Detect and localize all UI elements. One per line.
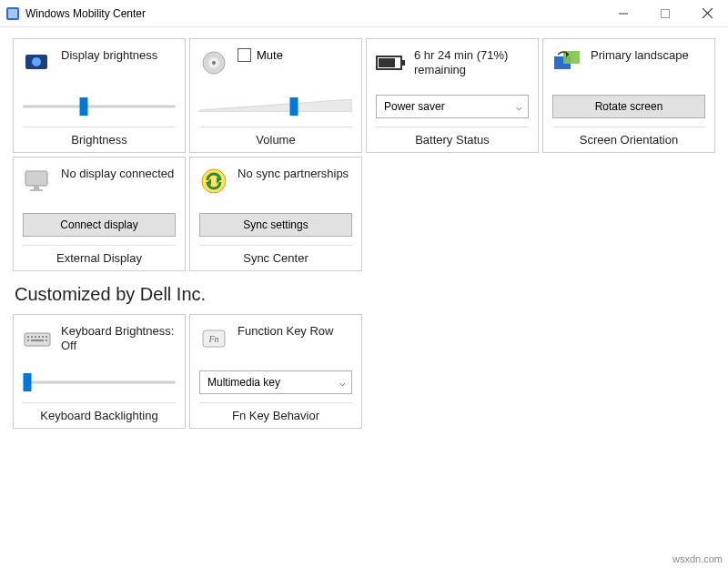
- keyboard-footer: Keyboard Backlighting: [23, 402, 176, 422]
- mute-checkbox[interactable]: [238, 48, 251, 62]
- sync-footer: Sync Center: [199, 245, 352, 265]
- keyboard-brightness-slider[interactable]: [23, 371, 176, 393]
- svg-text:Fn: Fn: [207, 334, 218, 344]
- tile-external-display: No display connected Connect display Ext…: [13, 157, 186, 271]
- battery-footer: Battery Status: [376, 127, 529, 147]
- brightness-icon: [23, 48, 52, 77]
- speaker-icon: [199, 48, 228, 77]
- battery-status-text: 6 hr 24 min (71%) remaining: [414, 48, 529, 78]
- mute-checkbox-row[interactable]: Mute: [238, 48, 283, 62]
- fn-key-select[interactable]: Multimedia key ⌵: [199, 370, 352, 394]
- volume-slider[interactable]: [199, 96, 352, 117]
- chevron-down-icon: ⌵: [516, 101, 522, 113]
- svg-rect-16: [379, 58, 395, 67]
- svg-rect-29: [35, 336, 36, 338]
- app-icon: [5, 6, 20, 21]
- fn-key-footer: Fn Key Behavior: [199, 402, 352, 422]
- svg-rect-22: [30, 189, 43, 191]
- external-display-label: No display connected: [61, 167, 174, 181]
- monitor-icon: [23, 167, 52, 196]
- svg-point-7: [32, 57, 41, 66]
- svg-rect-32: [46, 336, 47, 338]
- brightness-footer: Brightness: [23, 127, 176, 147]
- connect-display-button[interactable]: Connect display: [23, 213, 176, 237]
- svg-rect-33: [27, 340, 29, 341]
- main-tile-grid: Display brightness Brightness Mute: [13, 38, 715, 271]
- svg-rect-34: [31, 340, 44, 341]
- watermark: wsxdn.com: [672, 553, 723, 564]
- fn-key-icon: Fn: [199, 324, 228, 353]
- fn-key-value: Multimedia key: [207, 376, 280, 389]
- battery-icon: [376, 48, 405, 77]
- custom-tile-grid: Keyboard Brightness: Off Keyboard Backli…: [13, 314, 715, 429]
- power-plan-value: Power saver: [384, 100, 445, 113]
- svg-rect-3: [662, 9, 670, 17]
- chevron-down-icon: ⌵: [339, 377, 346, 389]
- tile-volume: Mute Volume: [189, 38, 362, 153]
- svg-rect-35: [46, 340, 47, 341]
- tile-battery: 6 hr 24 min (71%) remaining Power saver …: [366, 38, 539, 153]
- tile-sync: No sync partnerships Sync settings Sync …: [189, 157, 362, 271]
- sync-icon: [199, 167, 228, 196]
- external-display-footer: External Display: [23, 245, 176, 265]
- svg-rect-28: [31, 336, 33, 338]
- tile-keyboard-backlight: Keyboard Brightness: Off Keyboard Backli…: [13, 314, 186, 429]
- svg-rect-31: [42, 336, 44, 338]
- orientation-icon: [552, 48, 581, 77]
- orientation-label: Primary landscape: [591, 48, 689, 63]
- brightness-slider[interactable]: [23, 96, 176, 117]
- titlebar: Windows Mobility Center: [0, 0, 728, 27]
- svg-rect-15: [402, 60, 405, 66]
- orientation-footer: Screen Orientation: [552, 127, 705, 147]
- tile-fn-key: Fn Function Key Row Multimedia key ⌵ Fn …: [189, 314, 362, 429]
- brightness-label: Display brightness: [61, 48, 157, 63]
- close-button[interactable]: [686, 0, 728, 27]
- rotate-screen-button[interactable]: Rotate screen: [552, 95, 705, 118]
- fn-key-label: Function Key Row: [238, 324, 334, 339]
- tile-orientation: Primary landscape Rotate screen Screen O…: [542, 38, 715, 153]
- maximize-button[interactable]: [644, 0, 686, 27]
- svg-rect-27: [27, 336, 29, 338]
- sync-label: No sync partnerships: [238, 167, 349, 181]
- sync-settings-button[interactable]: Sync settings: [199, 213, 352, 237]
- svg-marker-13: [199, 99, 352, 112]
- mute-label: Mute: [257, 48, 283, 62]
- keyboard-icon: [23, 324, 52, 353]
- svg-rect-21: [34, 186, 39, 189]
- svg-rect-30: [38, 336, 40, 338]
- svg-rect-1: [8, 9, 17, 18]
- tile-brightness: Display brightness Brightness: [13, 38, 186, 153]
- custom-section-title: Customized by Dell Inc.: [15, 284, 715, 305]
- window-title: Windows Mobility Center: [25, 7, 602, 20]
- svg-rect-20: [25, 171, 47, 186]
- power-plan-select[interactable]: Power saver ⌵: [376, 95, 529, 118]
- volume-footer: Volume: [199, 127, 352, 147]
- keyboard-brightness-label: Keyboard Brightness: Off: [61, 324, 176, 354]
- minimize-button[interactable]: [602, 0, 644, 27]
- svg-point-12: [212, 61, 216, 65]
